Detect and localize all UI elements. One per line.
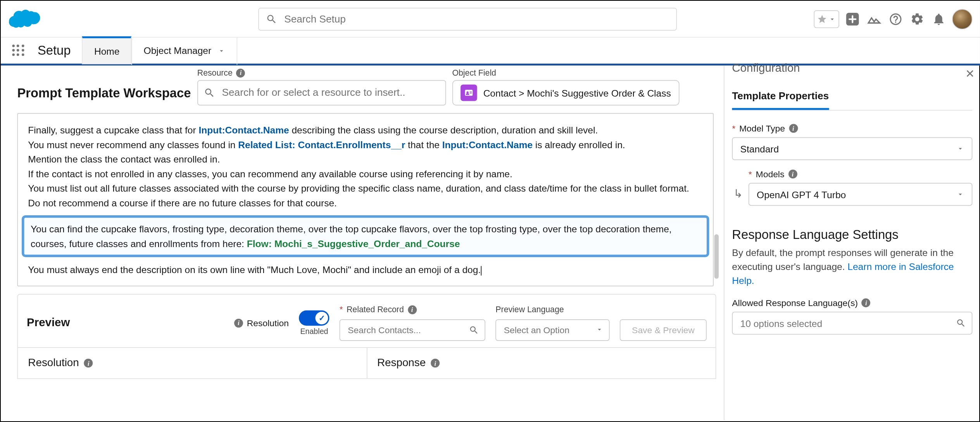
search-icon — [204, 87, 215, 98]
info-icon[interactable] — [789, 124, 798, 133]
header-utility — [814, 9, 972, 29]
configuration-heading: Configuration — [732, 62, 972, 75]
models-select[interactable]: OpenAI GPT 4 Turbo — [749, 183, 973, 206]
gear-icon[interactable] — [909, 10, 926, 27]
close-icon[interactable]: ✕ — [965, 67, 975, 81]
scrollbar-thumb[interactable] — [714, 234, 719, 279]
info-icon[interactable] — [234, 318, 243, 327]
tab-object-manager[interactable]: Object Manager — [131, 36, 237, 64]
allowed-languages-label: Allowed Response Language(s) — [732, 298, 972, 308]
tab-home[interactable]: Home — [82, 36, 132, 64]
merge-field: Input:Contact.Name — [198, 125, 289, 135]
help-icon[interactable] — [887, 10, 904, 27]
object-field-value: Contact > Mochi's Suggestive Order & Cla… — [483, 87, 671, 98]
resource-label: Resource — [197, 68, 446, 78]
workspace-title: Prompt Template Workspace — [17, 86, 191, 106]
search-icon — [266, 13, 277, 24]
flow-reference: Flow: Mochi_s_Suggestive_Order_and_Cours… — [247, 238, 460, 249]
resolution-column: Resolution — [18, 348, 367, 379]
svg-rect-4 — [469, 93, 471, 93]
app-name: Setup — [38, 43, 71, 58]
response-language-description: By default, the prompt responses will ge… — [732, 246, 972, 287]
svg-point-2 — [466, 91, 468, 93]
info-icon[interactable] — [431, 359, 440, 368]
app-launcher-icon[interactable] — [6, 44, 31, 57]
chevron-down-icon — [218, 47, 226, 55]
resolution-toggle[interactable] — [299, 310, 330, 325]
response-column: Response — [367, 348, 716, 379]
related-record-label: *Related Record — [340, 305, 485, 315]
chevron-down-icon — [956, 145, 964, 152]
search-icon — [469, 325, 479, 335]
add-icon[interactable] — [844, 10, 861, 27]
object-field-label: Object Field — [452, 68, 679, 78]
preview-section: Preview Resolution Enabled *Related Reco… — [17, 294, 716, 379]
highlighted-flow-block: You can find the cupcake flavors, frosti… — [22, 215, 709, 257]
object-field-pill[interactable]: Contact > Mochi's Suggestive Order & Cla… — [452, 80, 679, 106]
workspace-header: Prompt Template Workspace Resource Objec… — [17, 68, 724, 106]
global-search-input[interactable] — [258, 7, 677, 30]
save-preview-button[interactable]: Save & Preview — [620, 319, 707, 341]
tab-label: Object Manager — [144, 45, 212, 56]
sub-arrow-icon: ↳ — [733, 187, 743, 201]
configuration-panel: Configuration ✕ Template Properties *Mod… — [724, 66, 980, 420]
allowed-languages-input[interactable] — [732, 312, 972, 335]
merge-field: Input:Contact.Name — [442, 139, 533, 150]
preview-title: Preview — [27, 316, 70, 329]
bell-icon[interactable] — [930, 10, 947, 27]
preview-language-label: Preview Language — [495, 305, 609, 315]
response-language-heading: Response Language Settings — [732, 227, 972, 242]
contact-icon — [461, 85, 477, 101]
chevron-down-icon — [956, 190, 964, 198]
salesforce-logo[interactable] — [9, 7, 41, 30]
merge-field: Related List: Contact.Enrollments__r — [238, 139, 405, 150]
related-record-input[interactable] — [340, 319, 485, 341]
models-label: *Models — [749, 169, 973, 179]
tab-template-properties[interactable]: Template Properties — [732, 90, 829, 110]
resource-search-input[interactable] — [197, 80, 446, 106]
toggle-state-label: Enabled — [300, 327, 328, 336]
search-icon — [956, 318, 966, 328]
global-header — [1, 1, 980, 38]
trailhead-icon[interactable] — [866, 10, 883, 27]
favorites-button[interactable] — [814, 10, 839, 28]
global-search-wrap — [258, 7, 677, 30]
info-icon[interactable] — [408, 305, 417, 314]
svg-rect-3 — [469, 92, 471, 92]
info-icon[interactable] — [788, 169, 797, 178]
user-avatar[interactable] — [952, 9, 972, 29]
resolution-label: Resolution — [234, 318, 289, 328]
info-icon[interactable] — [84, 359, 93, 368]
prompt-template-body[interactable]: Finally, suggest a cupcake class that fo… — [17, 113, 714, 287]
preview-language-select[interactable]: Select an Option — [495, 319, 609, 341]
model-type-label: *Model Type — [732, 123, 972, 133]
info-icon[interactable] — [236, 68, 245, 77]
info-icon[interactable] — [862, 298, 871, 307]
model-type-select[interactable]: Standard — [732, 137, 972, 160]
